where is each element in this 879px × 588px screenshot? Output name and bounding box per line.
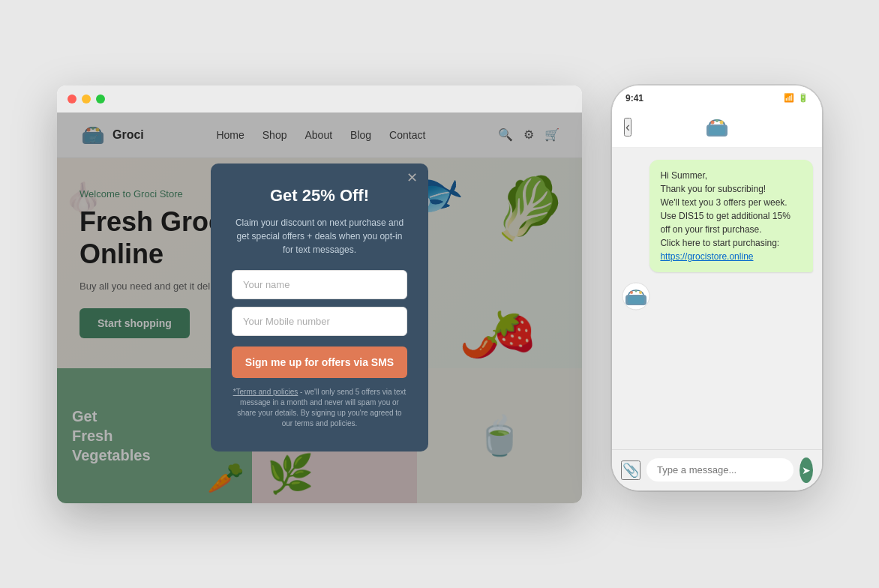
- phone-back-button[interactable]: ‹: [624, 118, 632, 136]
- chat-logo-response: [621, 281, 651, 311]
- phone-send-button[interactable]: ➤: [800, 458, 813, 483]
- battery-icon: 🔋: [798, 93, 808, 103]
- popup-description: Claim your discount on next purchase and…: [232, 216, 407, 256]
- mac-window: 🛒 Groci Home Shop About Blog Contact: [57, 86, 582, 503]
- page-wrapper: 🛒 Groci Home Shop About Blog Contact: [15, 86, 864, 503]
- chat-logo-icon: [704, 114, 730, 141]
- message-text: Hi Summer,Thank you for subscribing!We'l…: [660, 170, 790, 248]
- phone-input-area: 📎 ➤: [612, 449, 822, 490]
- popup-submit-button[interactable]: Sign me up for offers via SMS: [232, 346, 407, 378]
- svg-point-15: [635, 290, 638, 292]
- minimize-btn[interactable]: [82, 94, 91, 104]
- popup-modal: ✕ Get 25% Off! Claim your discount on ne…: [211, 164, 428, 452]
- phone-time: 9:41: [626, 93, 644, 104]
- svg-rect-13: [628, 296, 644, 304]
- maximize-btn[interactable]: [96, 94, 105, 104]
- phone-status-bar: 9:41 📶 🔋: [612, 86, 822, 108]
- popup-overlay: ✕ Get 25% Off! Claim your discount on ne…: [57, 112, 582, 503]
- message-bubble: Hi Summer,Thank you for subscribing!We'l…: [650, 160, 813, 272]
- chat-messages: Hi Summer,Thank you for subscribing!We'l…: [612, 148, 822, 449]
- popup-terms-link[interactable]: *Terms and policies: [233, 388, 298, 396]
- phone-status-icons: 📶 🔋: [784, 93, 808, 103]
- popup-title: Get 25% Off!: [232, 186, 407, 206]
- popup-terms-text: *Terms and policies - we'll only send 5 …: [232, 387, 407, 429]
- svg-point-9: [716, 119, 718, 122]
- popup-phone-input[interactable]: [232, 307, 407, 336]
- svg-point-10: [720, 120, 724, 124]
- titlebar: [57, 86, 582, 112]
- phone-message-input[interactable]: [646, 458, 794, 482]
- popup-name-input[interactable]: [232, 270, 407, 299]
- phone-mockup: 9:41 📶 🔋 ‹ Hi Summer,Thank you for subsc…: [612, 86, 822, 490]
- site-content: 🛒 Groci Home Shop About Blog Contact: [57, 112, 582, 503]
- svg-point-8: [711, 120, 715, 124]
- svg-point-14: [630, 291, 633, 294]
- svg-rect-7: [709, 126, 725, 135]
- popup-close-button[interactable]: ✕: [406, 171, 418, 184]
- phone-chat-header: ‹: [612, 108, 822, 148]
- phone-attach-button[interactable]: 📎: [621, 460, 640, 480]
- svg-point-16: [639, 291, 642, 294]
- wifi-icon: 📶: [784, 93, 794, 103]
- close-btn[interactable]: [68, 94, 76, 104]
- message-link[interactable]: https://grocistore.online: [660, 251, 753, 262]
